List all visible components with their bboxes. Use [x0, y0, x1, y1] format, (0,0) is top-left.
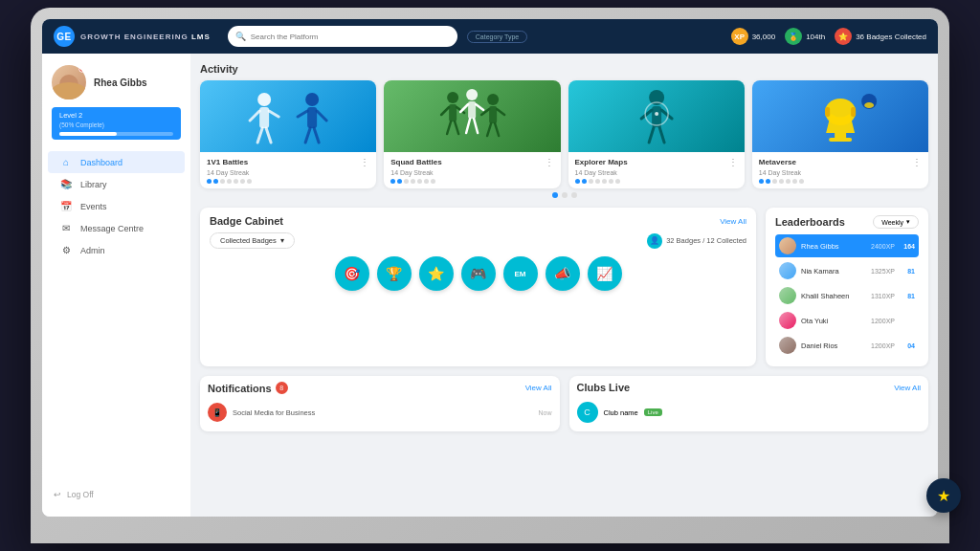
sidebar-item-label: Message Centre: [80, 224, 144, 233]
sidebar-item-label: Library: [80, 180, 107, 189]
card-menu-icon[interactable]: ⋮: [912, 157, 922, 167]
activity-card-metaverse[interactable]: Metaverse ⋮ 14 Day Streak: [752, 80, 928, 188]
badge-controls: Collected Badges ▾ 👤 32 Badges / 12 Coll…: [210, 232, 746, 249]
leaderboard-rank-5: 04: [900, 342, 915, 349]
leaderboard-row-5[interactable]: Daniel Rios 1200XP 04: [775, 334, 919, 357]
leaderboard-row-3[interactable]: Khalil Shaheen 1310XP 81: [775, 284, 919, 307]
app-logo: GE GROWTH ENGINEERING LMS: [54, 26, 211, 47]
rank-icon: 🏅: [785, 28, 802, 45]
leaderboard-xp-4: 1200XP: [871, 318, 895, 324]
nav-stats: XP 36,000 🏅 104th ⭐ 36 Badges Collected: [731, 28, 926, 45]
badge-item-7[interactable]: 📈: [588, 256, 622, 291]
badge-item-4[interactable]: 🎮: [461, 256, 496, 291]
notifications-view-all[interactable]: View All: [525, 384, 552, 392]
main-content: 2 Rhea Gibbs Level 2 (50% Complete) ⌂ Da…: [42, 54, 938, 517]
svg-rect-41: [825, 107, 830, 117]
svg-line-35: [659, 127, 664, 143]
search-input[interactable]: [251, 33, 450, 41]
card-streak: 14 Day Streak: [390, 169, 553, 176]
leaderboard-avatar-5: [779, 337, 796, 354]
sidebar-item-label: Dashboard: [80, 158, 122, 167]
leaderboard-avatar-2: [779, 262, 796, 279]
activity-card-explorer-maps[interactable]: Explorer Maps ⋮ 14 Day Streak: [568, 80, 745, 188]
level-progress-fill: [59, 132, 117, 136]
leaderboard-avatar-4: [779, 312, 796, 329]
card-menu-icon[interactable]: ⋮: [545, 157, 554, 167]
svg-line-27: [497, 109, 504, 115]
badge-item-1[interactable]: 🎯: [335, 256, 369, 291]
leaderboard-name-4: Ota Yuki: [801, 317, 866, 325]
svg-line-22: [466, 119, 470, 133]
svg-line-14: [441, 107, 449, 115]
clubs-title: Clubs Live: [577, 382, 631, 393]
card-title: Squad Battles: [390, 158, 441, 166]
sidebar-item-library[interactable]: 📚 Library: [48, 173, 185, 195]
star-fab-icon: ★: [937, 487, 950, 505]
leaderboard-xp-3: 1310XP: [871, 293, 895, 299]
badge-item-2[interactable]: 🏆: [377, 256, 412, 291]
badge-icons-row: 🎯 🏆 ⭐ 🎮 EM 📣 📈: [210, 256, 746, 291]
clubs-panel: Clubs Live View All C Club name Live: [569, 376, 929, 431]
laptop-shell: GE GROWTH ENGINEERING LMS 🔍 Category Typ…: [31, 8, 949, 543]
club-avatar-1: C: [577, 402, 598, 423]
svg-point-44: [864, 102, 874, 108]
message-icon: ✉: [59, 223, 73, 233]
card-streak: 14 Day Streak: [575, 169, 738, 176]
notifications-clubs-section: Notifications 8 View All 📱 Social Media …: [200, 376, 928, 431]
notif-time-1: Now: [538, 409, 551, 416]
badge-item-6[interactable]: 📣: [546, 256, 580, 291]
logout-button[interactable]: ↩ Log Off: [42, 482, 190, 507]
leaderboard-row-4[interactable]: Ota Yuki 1200XP: [775, 309, 919, 332]
leaderboard-row-2[interactable]: Nia Kamara 1325XP 81: [775, 259, 919, 282]
activity-card-1v1-battles[interactable]: 1V1 Battles ⋮ 14 Day Streak: [200, 80, 376, 188]
chevron-down-icon: ▾: [906, 218, 910, 226]
svg-rect-1: [259, 107, 269, 128]
badge-item-5[interactable]: EM: [503, 256, 538, 291]
search-bar[interactable]: 🔍: [228, 26, 457, 47]
top-nav: GE GROWTH ENGINEERING LMS 🔍 Category Typ…: [42, 19, 938, 54]
svg-line-8: [298, 111, 307, 117]
activity-section: Activity: [200, 63, 928, 198]
admin-icon: ⚙: [59, 245, 73, 255]
category-type-button[interactable]: Category Type: [467, 31, 527, 43]
svg-point-0: [257, 93, 271, 106]
scroll-dots: [200, 192, 928, 198]
svg-point-18: [466, 89, 478, 100]
weekly-dropdown[interactable]: Weekly ▾: [873, 215, 919, 229]
fab-button[interactable]: ★: [926, 478, 961, 513]
badge-cabinet-section: Badge Cabinet View All Collected Badges …: [200, 208, 756, 366]
svg-line-16: [447, 121, 451, 134]
badge-view-all[interactable]: View All: [720, 217, 746, 226]
svg-line-32: [641, 110, 652, 119]
leaderboard-xp-1: 2400XP: [871, 243, 895, 250]
clubs-view-all[interactable]: View All: [894, 384, 921, 392]
notif-row-1: 📱 Social Media for Business Now: [208, 400, 552, 425]
card-menu-icon[interactable]: ⋮: [728, 157, 738, 167]
card-progress-dots: [575, 179, 738, 184]
svg-point-24: [487, 94, 499, 105]
nav-items: ⌂ Dashboard 📚 Library 📅 Events ✉ Message…: [42, 147, 190, 482]
level-bar: Level 2 (50% Complete): [52, 107, 181, 140]
collected-badges-dropdown[interactable]: Collected Badges ▾: [210, 232, 295, 249]
leaderboard-rank-2: 81: [900, 268, 915, 275]
card-title: 1V1 Battles: [207, 158, 248, 166]
clubs-header: Clubs Live View All: [577, 382, 922, 393]
screen: GE GROWTH ENGINEERING LMS 🔍 Category Typ…: [42, 19, 938, 517]
sidebar-item-dashboard[interactable]: ⌂ Dashboard: [48, 151, 185, 173]
scroll-dot: [571, 192, 577, 198]
badge-item-3[interactable]: ⭐: [419, 256, 454, 291]
sidebar-item-events[interactable]: 📅 Events: [48, 195, 185, 217]
svg-line-21: [476, 104, 483, 110]
scroll-dot: [552, 192, 558, 198]
sidebar-item-message-centre[interactable]: ✉ Message Centre: [48, 217, 185, 239]
activity-card-squad-battles[interactable]: Squad Battles ⋮ 14 Day Streak: [384, 80, 560, 188]
xp-icon: XP: [731, 28, 748, 45]
leaderboard-row-1[interactable]: Rhea Gibbs 2400XP 164: [775, 234, 919, 257]
card-menu-icon[interactable]: ⋮: [360, 157, 369, 167]
star-icon: ⭐: [835, 28, 852, 45]
card-info: Squad Battles ⋮ 14 Day Streak: [384, 152, 560, 188]
leaderboard-avatar-1: [779, 237, 796, 254]
svg-line-4: [257, 128, 262, 143]
sidebar-item-admin[interactable]: ⚙ Admin: [48, 239, 185, 261]
bottom-section: Badge Cabinet View All Collected Badges …: [200, 208, 928, 366]
